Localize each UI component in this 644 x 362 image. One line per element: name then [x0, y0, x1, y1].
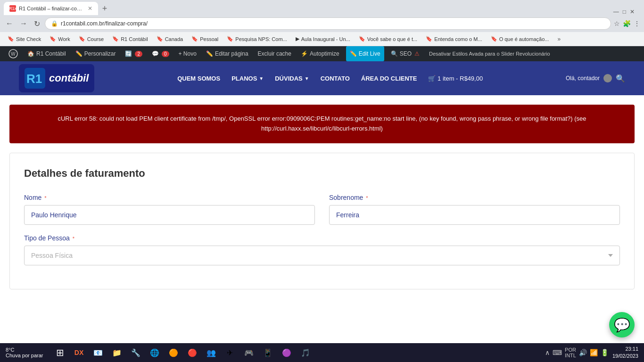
- nav-area-cliente[interactable]: ÁREA DO CLIENTE: [361, 75, 417, 82]
- seo-icon: 🔍: [391, 50, 398, 57]
- taskbar-app10[interactable]: ✈: [223, 345, 238, 360]
- wp-excluir-cache[interactable]: Excluir cache: [253, 46, 296, 61]
- bookmark-label: Pesquisa NPS: Com...: [235, 36, 287, 42]
- bookmark-aula[interactable]: ▶ Aula Inaugural - Un...: [292, 34, 354, 43]
- svg-text:W: W: [11, 51, 16, 57]
- sobrenome-label: Sobrenome *: [329, 194, 620, 201]
- nome-input[interactable]: [24, 205, 315, 225]
- close-button[interactable]: ✕: [630, 8, 635, 15]
- comments-count: 0: [162, 51, 169, 57]
- maximize-button[interactable]: □: [623, 8, 626, 15]
- taskbar-app14[interactable]: 🎵: [298, 345, 313, 360]
- bookmark-voce[interactable]: 🔖 Você sabe o que é t...: [355, 34, 421, 43]
- menu-icon[interactable]: ⋮: [634, 20, 640, 27]
- user-area: Olá, contador 🔍: [566, 74, 625, 83]
- nav-contato[interactable]: CONTATO: [321, 75, 350, 82]
- profile-icon[interactable]: ☆: [614, 20, 620, 27]
- wp-comments[interactable]: 💬 0: [147, 46, 174, 61]
- minimize-button[interactable]: —: [613, 8, 619, 15]
- extensions-icon[interactable]: 🧩: [623, 20, 631, 27]
- tab-close-icon[interactable]: ✕: [88, 5, 92, 12]
- tray-battery[interactable]: 🔋: [601, 349, 609, 356]
- wp-editar-pagina[interactable]: ✏️ Editar página: [201, 46, 253, 61]
- nome-label: Nome *: [24, 194, 315, 201]
- bookmark-icon: ▶: [296, 36, 299, 42]
- svg-text:R1: R1: [26, 72, 42, 86]
- wp-personalizar-label: Personalizar: [84, 50, 116, 57]
- bookmark-icon: 🔖: [79, 36, 85, 42]
- nav-planos[interactable]: PLANOS ▼: [231, 75, 264, 82]
- tray-volume[interactable]: 🔊: [579, 349, 587, 356]
- cart-button[interactable]: 🛒 1 item - R$49,00: [428, 75, 483, 82]
- nav-quem-somos[interactable]: QUEM SOMOS: [177, 75, 220, 82]
- tray-up-arrow[interactable]: ∧: [545, 349, 550, 356]
- search-icon[interactable]: 🔍: [616, 74, 625, 83]
- taskbar-app12[interactable]: 📱: [260, 345, 275, 360]
- bookmarks-more[interactable]: »: [553, 34, 564, 44]
- site-logo[interactable]: R1 contábil: [19, 64, 94, 92]
- wp-personalizar[interactable]: ✏️ Personalizar: [71, 46, 121, 61]
- tipo-pessoa-select[interactable]: Pessoa Física Pessoa Jurídica: [24, 246, 620, 265]
- back-button[interactable]: ←: [4, 18, 15, 29]
- wp-logo[interactable]: W: [4, 46, 23, 61]
- tipo-row: Tipo de Pessoa * Pessoa Física Pessoa Ju…: [24, 234, 620, 265]
- refresh-button[interactable]: ↻: [32, 18, 42, 29]
- sobrenome-input[interactable]: [329, 205, 620, 225]
- whatsapp-icon: 💬: [614, 317, 630, 333]
- wp-seo[interactable]: 🔍 SEO ⚠: [386, 46, 424, 61]
- tipo-pessoa-group: Tipo de Pessoa * Pessoa Física Pessoa Ju…: [24, 234, 620, 265]
- bookmark-icon: 🔖: [50, 36, 56, 42]
- bookmark-work[interactable]: 🔖 Work: [46, 34, 74, 43]
- active-tab[interactable]: R1x R1 Contábil – finalizar-compra ✕: [4, 2, 98, 15]
- browser-toolbar: ← → ↻ 🔒 r1contabil.com.br/finalizar-comp…: [0, 15, 644, 32]
- clock[interactable]: 23:11 19/02/2023: [612, 346, 638, 360]
- editar-label: Editar página: [215, 50, 248, 57]
- taskbar-app11[interactable]: 🎮: [241, 345, 256, 360]
- start-button[interactable]: ⊞: [53, 345, 68, 360]
- ssl-icon: 🔒: [51, 20, 58, 27]
- wp-desativar[interactable]: Desativar Estilos Avada para o Slider Re…: [424, 46, 555, 61]
- bookmark-pessoal[interactable]: 🔖 Pessoal: [188, 34, 222, 43]
- system-tray: ∧ ⌨ PORINTL 🔊 📶 🔋: [545, 347, 609, 358]
- taskbar-app8[interactable]: 🔴: [185, 345, 200, 360]
- taskbar-outlook[interactable]: 📧: [91, 345, 106, 360]
- tray-lang[interactable]: PORINTL: [565, 347, 576, 358]
- whatsapp-button[interactable]: 💬: [609, 312, 635, 337]
- bookmark-icon: 🔖: [157, 36, 163, 42]
- tipo-required: *: [73, 236, 74, 241]
- browser-tabs: R1x R1 Contábil – finalizar-compra ✕ + —…: [0, 0, 644, 15]
- bookmark-automacao[interactable]: 🔖 O que é automação...: [487, 34, 553, 43]
- auto-icon: ⚡: [301, 50, 308, 57]
- taskbar-app13[interactable]: 🟣: [279, 345, 294, 360]
- bookmark-course[interactable]: 🔖 Course: [75, 34, 107, 43]
- billing-form: Detalhes de faturamento Nome * Sobrenome…: [9, 153, 635, 289]
- nav-duvidas[interactable]: DÚVIDAS ▼: [275, 75, 309, 82]
- wp-autoptimize[interactable]: ⚡ Autoptimize: [296, 46, 344, 61]
- taskbar-app7[interactable]: 🟠: [166, 345, 181, 360]
- planos-dropdown-icon: ▼: [259, 76, 264, 81]
- tray-keyboard[interactable]: ⌨: [553, 349, 562, 356]
- browser-action-icons: ☆ 🧩 ⋮: [614, 20, 640, 27]
- seo-warning-icon: ⚠: [414, 50, 420, 57]
- address-bar[interactable]: 🔒 r1contabil.com.br/finalizar-compra/: [45, 17, 611, 30]
- taskbar-dx[interactable]: DX: [72, 345, 87, 360]
- bookmark-r1contabil[interactable]: 🔖 R1 Contábil: [108, 34, 151, 43]
- wp-novo[interactable]: + Novo: [174, 46, 201, 61]
- tray-wifi[interactable]: 📶: [590, 349, 598, 356]
- new-tab-button[interactable]: +: [98, 2, 111, 15]
- logo-box: R1 contábil: [19, 64, 94, 92]
- novo-label: + Novo: [179, 50, 197, 57]
- taskbar-chrome[interactable]: 🌐: [147, 345, 162, 360]
- taskbar-files[interactable]: 📁: [109, 345, 124, 360]
- taskbar-app9[interactable]: 👥: [204, 345, 219, 360]
- wp-updates[interactable]: 🔄 2: [120, 46, 147, 61]
- wp-r1contabil[interactable]: 🏠 R1 Contábil: [23, 46, 71, 61]
- bookmark-site-check[interactable]: 🔖 Site Check: [4, 34, 45, 43]
- wp-edit-live[interactable]: ✏️ Edit Live: [346, 46, 384, 61]
- forward-button[interactable]: →: [18, 18, 29, 29]
- bookmark-label: R1 Contábil: [121, 36, 148, 42]
- bookmark-entenda[interactable]: 🔖 Entenda como o M...: [422, 34, 486, 43]
- bookmark-canada[interactable]: 🔖 Canada: [153, 34, 187, 43]
- bookmark-nps[interactable]: 🔖 Pesquisa NPS: Com...: [223, 34, 290, 43]
- taskbar-app5[interactable]: 🔧: [128, 345, 143, 360]
